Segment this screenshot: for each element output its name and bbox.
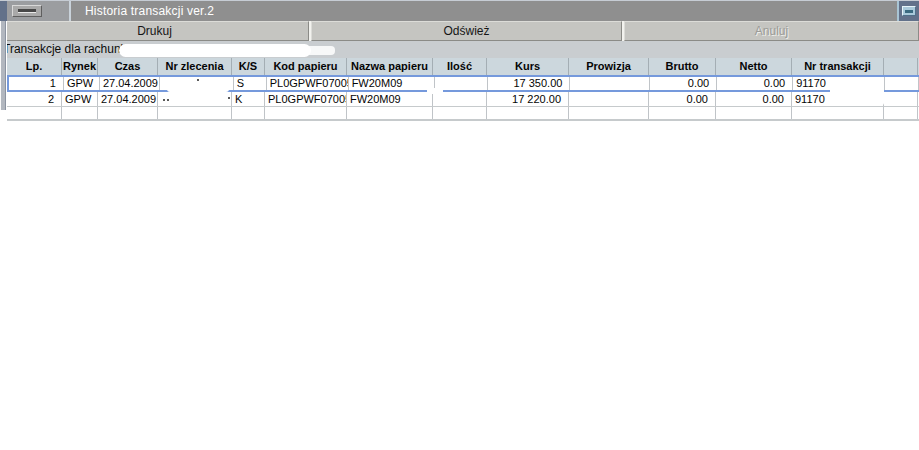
- cell-ilosc[interactable]: [433, 92, 487, 106]
- table-row-1[interactable]: 1GPW27.04.2009SPL0GPWF07005FW20M0917 350…: [7, 75, 919, 92]
- cell-brutto[interactable]: 0.00: [649, 92, 716, 106]
- column-header-extra: [884, 58, 918, 75]
- cell-rynek[interactable]: GPW: [64, 77, 100, 90]
- column-header-nazwa-papieru: Nazwa papieru: [347, 58, 433, 75]
- cell-k-s[interactable]: K: [232, 92, 265, 106]
- cell-empty-nr-transakcji: [792, 107, 884, 119]
- redaction-remnant-dot: [228, 97, 230, 99]
- column-header-lp: Lp.: [7, 58, 62, 75]
- cell-empty-rynek: [62, 107, 98, 119]
- cell-empty-kod-papieru: [265, 107, 347, 119]
- refresh-button[interactable]: Odśwież: [311, 21, 622, 41]
- cell-prowizja[interactable]: [569, 92, 649, 106]
- cell-k-s[interactable]: S: [234, 77, 267, 90]
- redaction-blob-account: [119, 44, 311, 57]
- titlebar[interactable]: Historia transakcji ver.2: [0, 0, 919, 21]
- redaction-blob-order-2: [170, 94, 222, 104]
- redaction-blob-transaction-no: [830, 77, 884, 105]
- redaction-remnant-dot: [163, 99, 165, 101]
- transactions-table: Lp.RynekCzasNr zleceniaK/SKod papieruNaz…: [7, 58, 919, 121]
- column-header-prowizja: Prowizja: [569, 58, 649, 75]
- cell-empty-extra: [884, 107, 918, 119]
- cell-netto[interactable]: 0.00: [716, 92, 792, 106]
- cell-empty-nr-zlecenia: [158, 107, 232, 119]
- cell-czas[interactable]: 27.04.2009: [100, 77, 160, 90]
- table-body: 1GPW27.04.2009SPL0GPWF07005FW20M0917 350…: [7, 75, 919, 121]
- redaction-blob-quantity: [427, 88, 443, 94]
- cell-kod-papieru[interactable]: PL0GPWF07005: [265, 92, 347, 106]
- cell-nazwa-papieru[interactable]: FW20M09: [349, 77, 435, 90]
- cell-empty-nazwa-papieru: [347, 107, 433, 119]
- cell-rynek[interactable]: GPW: [62, 92, 98, 106]
- system-menu-area: [7, 1, 71, 21]
- redaction-remnant-dot: [197, 79, 199, 81]
- cancel-button: Anuluj: [624, 21, 919, 41]
- window-title: Historia transakcji ver.2: [71, 1, 897, 21]
- cell-empty-czas: [98, 107, 158, 119]
- column-header-nr-zlecenia: Nr zlecenia: [158, 58, 232, 75]
- cell-nazwa-papieru[interactable]: FW20M09: [347, 92, 433, 106]
- column-header-netto: Netto: [716, 58, 792, 75]
- cell-empty-netto: [716, 107, 792, 119]
- minimize-glyph: [905, 10, 913, 13]
- print-button[interactable]: Drukuj: [0, 21, 309, 41]
- column-header-ilosc: Ilość: [433, 58, 487, 75]
- redaction-remnant-dot: [167, 99, 169, 101]
- column-header-kurs: Kurs: [487, 58, 569, 75]
- table-row-empty[interactable]: [7, 107, 919, 120]
- cell-czas[interactable]: 27.04.2009: [98, 92, 158, 106]
- cell-brutto[interactable]: 0.00: [650, 77, 717, 90]
- cell-kurs[interactable]: 17 350.00: [488, 77, 570, 90]
- cell-empty-ilosc: [433, 107, 487, 119]
- column-header-brutto: Brutto: [649, 58, 716, 75]
- cell-kurs[interactable]: 17 220.00: [487, 92, 569, 106]
- column-header-czas: Czas: [98, 58, 158, 75]
- transaction-history-window: Historia transakcji ver.2 Drukuj Odśwież…: [0, 0, 919, 450]
- table-row-2[interactable]: 2GPW27.04.2009KPL0GPWF07005FW20M0917 220…: [7, 92, 919, 107]
- cell-extra[interactable]: [884, 92, 918, 106]
- table-header-row: Lp.RynekCzasNr zleceniaK/SKod papieruNaz…: [7, 58, 919, 75]
- window-controls: [897, 1, 919, 21]
- cell-extra[interactable]: [885, 77, 919, 90]
- redaction-blob-account-tail: [300, 46, 335, 55]
- cell-netto[interactable]: 0.00: [717, 77, 793, 90]
- column-header-k-s: K/S: [232, 58, 265, 75]
- cell-lp[interactable]: 2: [7, 92, 62, 106]
- cell-empty-kurs: [487, 107, 569, 119]
- window-left-frame: [0, 21, 7, 110]
- cell-empty-lp: [7, 107, 62, 119]
- cell-empty-k-s: [232, 107, 265, 119]
- column-header-rynek: Rynek: [62, 58, 98, 75]
- window-menu-icon[interactable]: [12, 5, 42, 17]
- cell-kod-papieru[interactable]: PL0GPWF07005: [267, 77, 349, 90]
- cell-lp[interactable]: 1: [9, 77, 64, 90]
- cell-empty-prowizja: [569, 107, 649, 119]
- column-header-kod-papieru: Kod papieru: [265, 58, 347, 75]
- column-header-nr-transakcji: Nr transakcji: [792, 58, 884, 75]
- cell-empty-brutto: [649, 107, 716, 119]
- cell-prowizja[interactable]: [570, 77, 650, 90]
- minimize-icon[interactable]: [902, 6, 916, 16]
- window-menu-glyph: [18, 9, 36, 13]
- toolbar: Drukuj Odśwież Anuluj: [0, 21, 919, 41]
